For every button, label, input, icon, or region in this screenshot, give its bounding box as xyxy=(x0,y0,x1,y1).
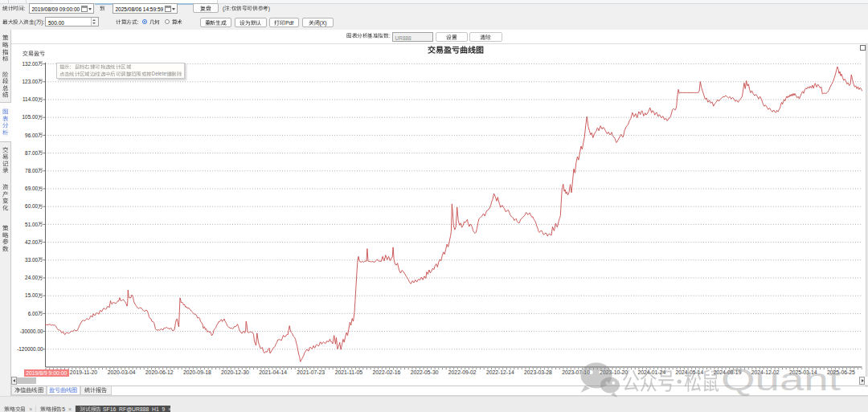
radio-arithmetic[interactable] xyxy=(165,19,170,24)
max-capital-label: (): xyxy=(2,19,44,26)
window-tab-label xyxy=(4,406,26,412)
x-tick-label: 2023-07-10 xyxy=(562,369,590,376)
y-tick-label: 24.00 xyxy=(11,275,43,280)
to-label xyxy=(100,6,105,12)
sidebar-item-4[interactable] xyxy=(0,142,11,180)
radio-geometric[interactable] xyxy=(142,19,147,24)
scroll-left-button[interactable] xyxy=(11,377,17,385)
signal-note: (:) xyxy=(223,6,270,12)
y-tick-label: 15.00 xyxy=(11,292,43,298)
y-tick-label: 78.00 xyxy=(11,168,43,173)
window-tab-3[interactable]: SF16_RF@UR888_H1_9× xyxy=(76,406,170,412)
tooltip-line2: Delete xyxy=(59,71,182,77)
view-tab-2[interactable] xyxy=(47,386,80,395)
x-tick-label: 2020-06-12 xyxy=(145,369,174,376)
window-tab-label: SF16_RF@UR888_H1_9 xyxy=(80,406,165,412)
sidebar-item-label xyxy=(0,103,11,136)
close-tab-icon[interactable]: × xyxy=(168,406,170,412)
capital-value: 500.00 xyxy=(48,20,64,26)
sidebar-item-label xyxy=(0,180,11,210)
x-tick-label: 2022-02-16 xyxy=(373,369,401,376)
x-tick-label: 2022-09-02 xyxy=(448,369,477,376)
view-tab-3[interactable] xyxy=(80,386,113,395)
scroll-right-button[interactable] xyxy=(859,377,865,385)
y-tick-label: 42.00 xyxy=(11,239,43,245)
sidebar-tabs xyxy=(0,30,11,412)
calc-mode-label: : xyxy=(116,19,138,26)
radio-geometric-label[interactable] xyxy=(149,19,160,26)
max-capital-input[interactable]: 500.00 xyxy=(45,17,99,27)
chevron-down-icon[interactable] xyxy=(88,8,92,10)
sidebar-item-label xyxy=(0,219,11,251)
window-tab-2[interactable]: 5× xyxy=(36,406,76,412)
window-tab-bar: ×5× SF16_RF@UR888_H1_9× xyxy=(0,396,868,412)
x-tick-label: 2023-10-20 xyxy=(600,369,628,376)
y-tick-label: 123.00 xyxy=(11,79,43,84)
window-tab-1[interactable]: × xyxy=(0,406,36,412)
y-tick-label: 69.00 xyxy=(11,186,43,191)
set-default-button[interactable] xyxy=(235,18,267,27)
close-button[interactable]: (X) xyxy=(302,18,334,27)
close-tab-icon[interactable]: × xyxy=(68,406,72,412)
calendar-icon[interactable] xyxy=(81,6,88,12)
x-tick-label: 2020-09-18 xyxy=(183,369,211,376)
y-tick-label: -30000.00 xyxy=(11,328,43,334)
x-tick-label: 2025-06-25 xyxy=(827,369,855,376)
x-tick-label: 2020-12-30 xyxy=(221,369,249,376)
x-first-label-highlight: 2019/8/9 9:00:00 xyxy=(24,369,70,377)
end-time-input[interactable]: 2025/08/06 14:59:59 xyxy=(113,3,178,14)
sidebar-item-1[interactable] xyxy=(0,30,11,70)
sidebar-item-5[interactable] xyxy=(0,180,11,217)
chevron-down-icon[interactable] xyxy=(172,8,175,10)
sidebar-item-label xyxy=(0,69,11,98)
end-time-value: 2025/08/06 14:59:59 xyxy=(116,6,164,12)
tooltip-line1 xyxy=(59,64,182,71)
x-tick-label: 2024-08-19 xyxy=(714,369,742,376)
y-tick-label: 87.00 xyxy=(11,150,43,156)
top-tab-remnant xyxy=(8,0,27,3)
start-time-input[interactable]: 2019/08/09 09:00:00 xyxy=(29,3,94,14)
calendar-icon[interactable] xyxy=(165,6,171,12)
x-tick-label: 2019-11-20 xyxy=(70,369,97,376)
x-tick-label: 2022-12-14 xyxy=(486,369,514,376)
radio-arithmetic-label[interactable] xyxy=(172,19,182,26)
y-tick-label: 96.00 xyxy=(11,133,43,138)
close-tab-icon[interactable]: × xyxy=(29,406,32,412)
start-time-value: 2019/08/09 09:00:00 xyxy=(32,6,80,12)
chart-hint-tooltip: Delete xyxy=(56,63,186,80)
y-tick-label: -120000.00 xyxy=(11,346,43,352)
sidebar-item-label xyxy=(0,142,11,173)
y-tick-label: 6.00 xyxy=(11,311,43,316)
x-tick-label: 2021-11-05 xyxy=(335,369,362,376)
chart-panel: : UR888 132.00123.00114.00105.0096.0087.… xyxy=(11,30,868,400)
app-root: : 2019/08/09 09:00:00 2025/08/06 14:59:5… xyxy=(0,0,868,412)
y-tick-label: 51.00 xyxy=(11,222,43,227)
sidebar-item-label xyxy=(0,30,11,62)
regenerate-button[interactable] xyxy=(200,18,232,27)
x-tick-label: 2024-01-24 xyxy=(637,369,665,376)
x-tick-label: 2025-03-14 xyxy=(789,369,817,376)
x-tick-label: 2022-05-30 xyxy=(411,369,439,376)
print-pdf-button[interactable]: Pdf xyxy=(269,18,300,27)
view-tab-1[interactable] xyxy=(11,386,47,395)
y-tick-label: 114.00 xyxy=(11,96,43,102)
y-tick-label: 33.00 xyxy=(11,257,43,263)
spinner-buttons[interactable] xyxy=(91,18,99,27)
sidebar-item-3[interactable] xyxy=(0,102,11,143)
replay-button[interactable] xyxy=(193,3,219,13)
profit-curve-chart[interactable] xyxy=(11,30,868,400)
horizontal-scrollbar[interactable] xyxy=(11,377,868,385)
window-tab-label: 5 xyxy=(40,406,65,412)
divider xyxy=(11,385,868,386)
x-tick-label: 2024-12-02 xyxy=(751,369,780,376)
x-tick-label: 2021-07-23 xyxy=(297,369,325,376)
y-tick-label: 132.00 xyxy=(11,61,43,67)
sidebar-item-2[interactable] xyxy=(0,69,11,102)
x-tick-label: 2021-04-14 xyxy=(259,369,287,376)
x-tick-label: 2023-03-28 xyxy=(524,369,552,376)
x-tick-label: 2024-05-14 xyxy=(676,369,704,376)
scrollbar-thumb[interactable] xyxy=(17,377,36,385)
x-tick-label: 2020-03-04 xyxy=(108,369,136,376)
sidebar-item-6[interactable] xyxy=(0,219,11,259)
stat-time-label: : xyxy=(2,6,25,12)
